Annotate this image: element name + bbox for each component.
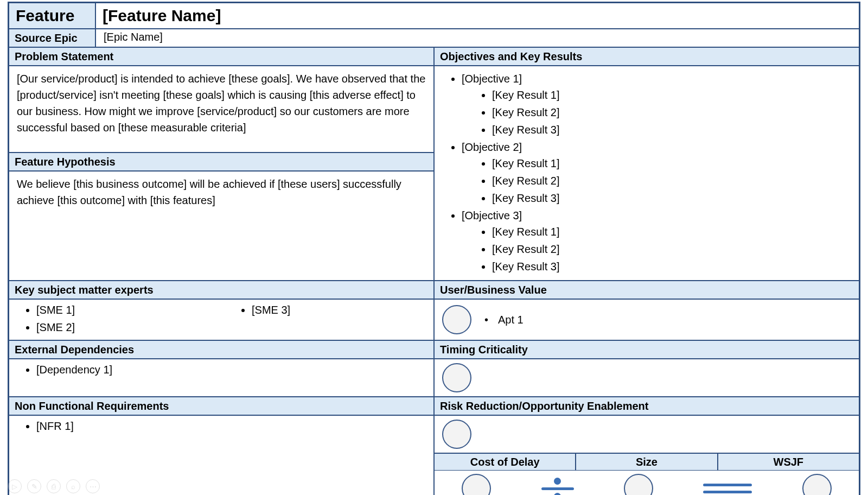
divide-icon (541, 475, 574, 496)
okr-keyresult: [Key Result 2] (492, 104, 851, 120)
nfr-item: [NFR 1] (36, 418, 426, 434)
ubv-score-circle (442, 305, 471, 334)
sme-item: [SME 3] (252, 302, 426, 318)
zoom-button[interactable]: ⌕ (66, 479, 80, 493)
sme-ubv-split: Key subject matter experts [SME 1] [SME … (9, 281, 859, 340)
okr-keyresult: [Key Result 3] (492, 258, 851, 275)
sme-list-left: [SME 1] [SME 2] (17, 302, 210, 338)
nfr-risk-split: Non Functional Requirements [NFR 1] Risk… (9, 397, 859, 495)
risk-body (434, 415, 859, 453)
feature-hypothesis-header: Feature Hypothesis (9, 153, 434, 171)
risk-score-circle (442, 420, 471, 449)
presentation-toolbar: ▷ ✎ ⎙ ⌕ ⋯ (8, 479, 100, 493)
source-epic-row: Source Epic [Epic Name] (9, 29, 859, 47)
timing-header: Timing Criticality (434, 340, 859, 359)
okr-objective-label: [Objective 3] (462, 210, 522, 221)
okr-objective: [Objective 3] [Key Result 1] [Key Result… (462, 207, 851, 275)
problem-statement-body: [Our service/product] is intended to ach… (9, 66, 434, 153)
play-button[interactable]: ▷ (8, 479, 22, 493)
okr-keyresult: [Key Result 2] (492, 173, 851, 189)
feature-template-canvas: Feature [Feature Name] Source Epic [Epic… (8, 2, 860, 495)
okr-keyresult: [Key Result 3] (492, 190, 851, 206)
okr-keyresult: [Key Result 1] (492, 224, 851, 240)
sme-item: [SME 2] (36, 319, 210, 335)
okr-keyresult: [Key Result 1] (492, 155, 851, 172)
wsjf-circle (802, 474, 832, 495)
okr-objective: [Objective 2] [Key Result 1] [Key Result… (462, 139, 851, 206)
okr-list: [Objective 1] [Key Result 1] [Key Result… (442, 71, 851, 275)
right-column-top: Objectives and Key Results [Objective 1]… (434, 47, 859, 281)
wsjf-formula-row (434, 471, 859, 495)
source-epic-label: Source Epic (9, 29, 95, 47)
sme-header: Key subject matter experts (9, 281, 434, 299)
problem-statement-header: Problem Statement (9, 47, 434, 66)
timing-body (434, 359, 859, 397)
okr-objective: [Objective 1] [Key Result 1] [Key Result… (462, 71, 851, 138)
dep-timing-split: External Dependencies [Dependency 1] Tim… (9, 340, 859, 397)
ext-deps-list: [Dependency 1] (17, 361, 426, 378)
edit-button[interactable]: ✎ (27, 479, 41, 493)
more-button[interactable]: ⋯ (86, 479, 100, 493)
ext-deps-body: [Dependency 1] (9, 359, 434, 397)
ext-dep-item: [Dependency 1] (36, 361, 426, 378)
top-split: Problem Statement [Our service/product] … (9, 47, 859, 281)
nfr-list: [NFR 1] (17, 418, 426, 434)
wsjf-header-row: Cost of Delay Size WSJF (434, 453, 859, 471)
ubv-body: Apt 1 (434, 299, 859, 340)
wsjf-header: WSJF (718, 453, 859, 471)
equals-icon (703, 481, 752, 495)
okr-keyresult: [Key Result 3] (492, 122, 851, 138)
okr-keyresult: [Key Result 1] (492, 87, 851, 103)
risk-header: Risk Reduction/Opportunity Enablement (434, 397, 859, 415)
ubv-item: Apt 1 (479, 312, 524, 328)
feature-hypothesis-body: We believe [this business outcome] will … (9, 171, 434, 281)
feature-name-value: [Feature Name] (95, 3, 859, 29)
ubv-header: User/Business Value (434, 281, 859, 299)
okr-body: [Objective 1] [Key Result 1] [Key Result… (434, 66, 859, 281)
left-column-top: Problem Statement [Our service/product] … (9, 47, 434, 281)
ext-deps-header: External Dependencies (9, 340, 434, 359)
source-epic-value: [Epic Name] (95, 29, 859, 47)
cost-of-delay-circle (462, 474, 491, 495)
timing-score-circle (442, 363, 471, 392)
clipboard-button[interactable]: ⎙ (47, 479, 61, 493)
okr-keyresult: [Key Result 2] (492, 241, 851, 257)
feature-label: Feature (9, 3, 95, 29)
sme-item: [SME 1] (36, 302, 210, 318)
okr-header: Objectives and Key Results (434, 47, 859, 66)
cost-of-delay-header: Cost of Delay (434, 453, 576, 471)
size-circle (624, 474, 653, 495)
sme-list-right: [SME 3] (232, 302, 426, 338)
feature-header-row: Feature [Feature Name] (9, 3, 859, 29)
sme-body: [SME 1] [SME 2] [SME 3] (9, 299, 434, 340)
okr-objective-label: [Objective 2] (462, 141, 522, 153)
nfr-header: Non Functional Requirements (9, 397, 434, 415)
okr-objective-label: [Objective 1] (462, 73, 522, 85)
size-header: Size (576, 453, 717, 471)
